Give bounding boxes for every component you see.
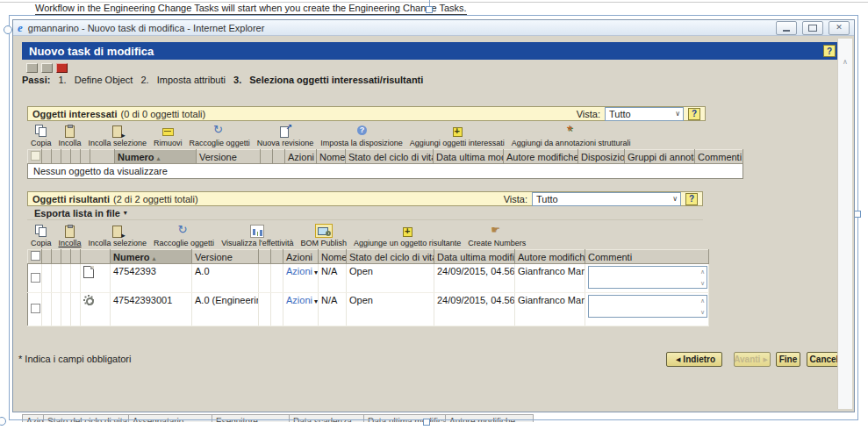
comment-textarea[interactable]: ∧∨ [588, 295, 707, 318]
collect-objects-button[interactable]: Raccoglie oggetti [154, 225, 214, 247]
close-button[interactable]: ✕ [829, 21, 850, 35]
bom-publish-icon [315, 224, 333, 238]
azioni-cell: Azioni▾ [283, 264, 319, 293]
resulting-view-value: Tutto [536, 194, 558, 204]
back-button[interactable]: ◀ Indietro [666, 352, 722, 367]
chevron-down-icon: ∨ [675, 110, 680, 118]
add-structural-annotations-button[interactable]: Aggiungi da annotazioni strutturali [512, 125, 631, 147]
paste-button[interactable]: Incolla [59, 225, 82, 247]
scroll-down-icon[interactable]: ∨ [700, 309, 705, 315]
stato-cell: Open [347, 293, 434, 326]
selection-handle[interactable] [4, 25, 12, 34]
column-stato[interactable]: Stato del ciclo di vita [347, 250, 434, 264]
column-commenti[interactable]: Commenti [585, 250, 709, 264]
sort-ascending-icon: ▴ [157, 154, 161, 162]
maximize-button[interactable] [802, 21, 823, 35]
row-select-cell [28, 293, 42, 326]
scroll-down-icon[interactable]: ∨ [700, 280, 705, 286]
versione-cell: A.0 (Engineering) [192, 293, 259, 326]
column-azioni[interactable]: Azioni [285, 150, 317, 164]
column-numero[interactable]: Numero▴ [115, 150, 197, 164]
column-nome[interactable]: Nome [319, 250, 347, 264]
selection-handle[interactable] [426, 6, 433, 13]
copy-button[interactable]: Copia [31, 225, 52, 247]
column-data-modifica[interactable]: Data ultima modifica [434, 250, 515, 264]
paste-selection-button[interactable]: Incolla selezione [89, 225, 147, 247]
column-disposizioni[interactable]: Disposizioni [578, 150, 625, 164]
set-disposition-button[interactable]: Imposta la disposizione [320, 125, 403, 147]
bg-column-scadenza: Data scadenza [290, 414, 364, 422]
row-checkbox[interactable] [31, 273, 40, 283]
column-data-modifica[interactable]: Data ultima modifica [434, 150, 504, 164]
row-checkbox[interactable] [31, 304, 40, 313]
data-modifica-cell: 24/09/2015, 04.56 CDT [434, 264, 515, 293]
view-effectivity-button[interactable]: Visualizza l'effettività [221, 225, 293, 247]
azioni-menu-link[interactable]: Azioni [286, 266, 312, 276]
scroll-up-icon[interactable]: ∧ [838, 58, 852, 66]
column-commenti[interactable]: Commenti [695, 150, 743, 164]
column-versione[interactable]: Versione [192, 250, 259, 264]
spacer-column [271, 250, 283, 264]
copy-button[interactable]: Copia [31, 125, 52, 147]
selection-handle[interactable] [423, 419, 430, 426]
scroll-up-icon[interactable]: ∧ [700, 269, 705, 275]
column-nome[interactable]: Nome [317, 150, 346, 164]
affected-panel-title: Oggetti interessati [32, 109, 118, 119]
resulting-objects-table: Numero▴ Versione Azioni Nome Stato del c… [27, 249, 709, 326]
type-icon-cell [81, 293, 111, 326]
finish-button[interactable]: Fine [776, 352, 800, 367]
comment-textarea[interactable]: ∧∨ [588, 266, 707, 289]
selection-handle[interactable] [854, 211, 861, 218]
select-all-checkbox[interactable] [31, 151, 40, 161]
internet-explorer-icon: e [18, 23, 23, 33]
resulting-objects-panel: Oggetti risultanti (2 di 2 oggetti total… [27, 191, 708, 326]
add-resulting-object-button[interactable]: Aggiunge un oggetto risultante [354, 225, 461, 247]
remove-button[interactable]: Rimuovi [154, 125, 183, 147]
add-affected-objects-button[interactable]: Aggiungi oggetti interessati [410, 125, 505, 147]
affected-view-value: Tutto [609, 109, 631, 119]
column-gruppi-annotazioni[interactable]: Gruppi di annotazioni [625, 150, 695, 164]
resulting-help-button[interactable]: ? [685, 193, 698, 205]
window-titlebar[interactable]: e gmannarino - Nuovo task di modifica - … [13, 20, 854, 36]
versione-cell: A.0 [192, 264, 259, 293]
screenshot-stage: Workflow in the Engineering Change Tasks… [0, 0, 868, 437]
column-numero[interactable]: Numero▴ [111, 250, 192, 264]
affected-view-label: Vista: [577, 109, 600, 119]
numero-cell: 47542393001 [111, 293, 192, 326]
resulting-view-select[interactable]: Tutto ∨ [532, 192, 681, 206]
collect-objects-button[interactable]: Raccoglie oggetti [190, 125, 250, 147]
stato-cell: Open [347, 264, 434, 293]
export-menu[interactable]: Esporta lista in file ▾ [27, 206, 703, 220]
help-button[interactable]: ? [823, 45, 836, 57]
column-autore[interactable]: Autore modifiche [515, 250, 585, 264]
create-numbers-button[interactable]: Create Numbers [468, 225, 526, 247]
column-autore[interactable]: Autore modifiche [504, 150, 578, 164]
affected-view-select[interactable]: Tutto ∨ [605, 107, 684, 121]
paste-button[interactable]: Incolla [59, 125, 82, 147]
paste-selection-button[interactable]: Incolla selezione [89, 125, 147, 147]
paste-selection-icon [111, 225, 125, 238]
select-all-checkbox[interactable] [31, 251, 40, 261]
select-all-header [28, 250, 42, 264]
bg-column-eseguitore: Eseguitore [212, 414, 290, 422]
create-numbers-icon [490, 225, 504, 238]
azioni-menu-link[interactable]: Azioni [286, 295, 312, 305]
affected-help-button[interactable]: ? [688, 108, 700, 120]
step-1-label[interactable]: Define Object [75, 75, 133, 85]
column-versione[interactable]: Versione [197, 150, 261, 164]
vertical-scrollbar[interactable]: ∧ [837, 39, 852, 409]
new-revision-button[interactable]: Nuova revisione [257, 125, 314, 147]
background-workflow-text: Workflow in the Engineering Change Tasks… [35, 3, 467, 15]
bom-publish-button[interactable]: BOM Publish [301, 224, 348, 247]
minimize-button[interactable] [776, 21, 797, 35]
minimize-icon [783, 30, 790, 32]
cancel-button[interactable]: Cancel [807, 352, 842, 367]
column-stato[interactable]: Stato del ciclo di vita [346, 150, 434, 164]
bg-column-stato: Stato del ciclo di vita [44, 414, 129, 422]
paste-icon [63, 125, 77, 138]
step-2-label[interactable]: Imposta attributi [157, 75, 226, 85]
column-azioni[interactable]: Azioni [283, 250, 319, 264]
selection-handle[interactable] [0, 417, 6, 426]
copy-icon [34, 125, 48, 138]
scroll-up-icon[interactable]: ∧ [700, 297, 705, 304]
